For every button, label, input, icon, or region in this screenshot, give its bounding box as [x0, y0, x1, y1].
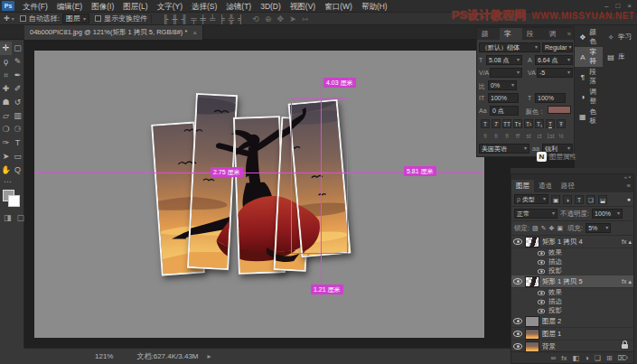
baseline-shift-input[interactable]: 0 点 — [490, 106, 519, 116]
panel-icon-learn[interactable]: ✧学习 — [603, 27, 637, 47]
panel-icon-paragraph[interactable]: ¶段落 — [575, 67, 603, 87]
photo-strip-2[interactable] — [187, 93, 238, 270]
menu-window[interactable]: 窗口(W) — [320, 0, 357, 13]
filter-adjustment-icon[interactable]: ◑ — [563, 195, 572, 204]
type-tool[interactable]: T — [12, 136, 23, 150]
panel-icon-libraries[interactable]: ▤库 — [603, 47, 637, 67]
tab-close-icon[interactable]: × — [192, 29, 196, 37]
dodge-tool[interactable]: ⚆ — [12, 123, 23, 136]
panel-icon-color[interactable]: ❖颜色 — [575, 27, 603, 47]
visibility-eye-icon[interactable] — [513, 318, 522, 324]
link-layers-icon[interactable]: ∞ — [550, 354, 556, 362]
layer-thumbnail[interactable] — [525, 329, 539, 340]
panel-menu-icon[interactable]: ≡ — [627, 180, 633, 192]
tab-color[interactable]: 颜色 — [477, 28, 500, 40]
auto-select-dropdown[interactable]: 图层▾ — [62, 14, 89, 23]
zoom-level-input[interactable]: 121% — [95, 352, 113, 360]
menu-help[interactable]: 帮助(H) — [357, 0, 392, 13]
menu-file[interactable]: 文件(F) — [18, 0, 52, 13]
all-caps-button[interactable]: TT — [502, 119, 511, 128]
layer-row-rect-copy4[interactable]: 矩形 1 拷贝 4 fx▴ — [511, 236, 633, 248]
background-color-swatch[interactable] — [8, 195, 20, 207]
pen-tool[interactable]: ✑ — [0, 136, 12, 150]
opacity-input[interactable]: 100%▾ — [592, 209, 623, 219]
3d-slide-icon[interactable]: ➤ — [289, 14, 296, 23]
fx-badge[interactable]: fx — [622, 278, 626, 285]
document-canvas[interactable]: 4.03 厘米 2.75 厘米 5.81 厘米 1.21 厘米 — [34, 51, 484, 338]
contextual-alt-button[interactable]: ﬁ — [492, 131, 501, 140]
language-select[interactable]: 美国英语▾ — [479, 144, 529, 154]
menu-layer[interactable]: 图层(L) — [118, 0, 152, 13]
visibility-eye-icon[interactable] — [513, 343, 522, 350]
eraser-tool[interactable]: ▱ — [0, 109, 12, 123]
visibility-eye-icon[interactable] — [513, 238, 522, 245]
delete-layer-icon[interactable]: ⌦ — [618, 354, 628, 362]
visibility-eye-icon[interactable] — [513, 331, 522, 337]
font-size-input[interactable]: 5.08 点▾ — [486, 55, 522, 65]
proportional-spacing-input[interactable]: 0%▾ — [488, 80, 517, 90]
3d-roll-icon[interactable]: ⊕ — [265, 14, 272, 23]
filter-type-icon[interactable]: T — [575, 195, 584, 204]
tracking-input[interactable]: -5▾ — [537, 68, 573, 78]
quick-mask-icon[interactable]: ◨ — [4, 213, 12, 222]
fx-collapse-icon[interactable]: ▴ — [628, 278, 632, 285]
effect-row[interactable]: 投影 — [511, 266, 633, 275]
align-center-h-icon[interactable]: ╫ — [172, 14, 177, 23]
edit-toolbar-icon[interactable]: ⋯ — [0, 177, 23, 186]
lasso-tool[interactable]: ϙ — [0, 55, 12, 69]
faux-bold-button[interactable]: T — [481, 119, 490, 128]
new-group-icon[interactable]: ❏ — [595, 354, 601, 362]
filter-shape-icon[interactable]: ❏ — [586, 195, 595, 204]
visibility-eye-icon[interactable] — [538, 308, 545, 313]
layer-thumbnail[interactable] — [525, 341, 539, 352]
align-top-icon[interactable]: ╤ — [191, 14, 196, 23]
horizontal-scale-input[interactable]: 100% — [535, 93, 566, 103]
shape-tool[interactable]: ▭ — [12, 150, 23, 163]
3d-rotate-icon[interactable]: ⟲ — [252, 14, 259, 23]
color-swatches[interactable] — [3, 190, 21, 208]
filter-pixel-icon[interactable]: ▣ — [551, 195, 560, 204]
visibility-eye-icon[interactable] — [538, 268, 545, 274]
effect-row[interactable]: 描边 — [511, 297, 633, 306]
3d-scale-icon[interactable]: ⇿ — [302, 14, 309, 23]
new-layer-icon[interactable]: ⊞ — [606, 354, 613, 362]
blur-tool[interactable]: ❍ — [0, 123, 12, 136]
fx-badge[interactable]: fx — [622, 238, 626, 245]
distribute-left-icon[interactable]: ╞ — [219, 14, 224, 23]
minimize-button[interactable]: – — [604, 2, 608, 10]
layer-thumbnail[interactable] — [525, 316, 539, 327]
gradient-tool[interactable]: ▥ — [12, 109, 23, 123]
panel-icon-adjustments[interactable]: ◑调整 — [575, 87, 603, 107]
lock-all-icon[interactable]: ▣ — [557, 225, 563, 232]
layer-style-icon[interactable]: fx — [561, 354, 567, 362]
tab-paths[interactable]: 路径 — [557, 180, 579, 192]
stylistic-alt-button[interactable]: st — [524, 131, 533, 140]
visibility-eye-icon[interactable] — [538, 299, 545, 304]
tab-layers[interactable]: 图层 — [511, 180, 534, 192]
vertical-scale-input[interactable]: 100% — [488, 93, 519, 103]
underline-button[interactable]: T — [546, 119, 555, 128]
menu-filter[interactable]: 滤镜(T) — [221, 0, 256, 13]
marquee-tool[interactable]: ▢ — [12, 42, 23, 55]
align-left-icon[interactable]: ╟ — [163, 14, 168, 23]
distribute-center-icon[interactable]: ╬ — [229, 14, 234, 23]
menu-image[interactable]: 图像(I) — [87, 0, 118, 13]
adjustment-layer-icon[interactable]: ◑ — [585, 354, 589, 362]
leading-input[interactable]: 6.64 点▾ — [535, 55, 573, 65]
font-style-select[interactable]: Regular▾ — [542, 42, 573, 52]
effect-row[interactable]: 描边 — [511, 257, 633, 266]
hand-tool[interactable]: ✋ — [0, 163, 12, 177]
tool-preset-arrow-icon[interactable]: ▾ — [12, 15, 14, 22]
faux-italic-button[interactable]: T — [492, 119, 501, 128]
screen-mode-icon[interactable]: ▢ — [17, 213, 25, 222]
superscript-button[interactable]: T¹ — [524, 119, 533, 128]
auto-select-checkbox[interactable] — [20, 15, 26, 22]
menu-view[interactable]: 视图(V) — [286, 0, 320, 13]
swash-button[interactable]: ﬀ — [513, 131, 522, 140]
menu-edit[interactable]: 编辑(E) — [52, 0, 87, 13]
strikethrough-button[interactable]: Ŧ — [557, 119, 566, 128]
lock-pixels-icon[interactable]: ✎ — [541, 225, 547, 232]
distribute-right-icon[interactable]: ╡ — [238, 14, 243, 23]
fractions-button[interactable]: ½ — [557, 131, 566, 140]
zoom-tool[interactable]: Q — [12, 163, 23, 177]
